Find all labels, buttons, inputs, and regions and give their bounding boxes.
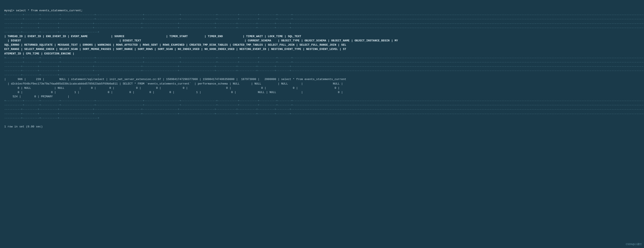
header-row-3: SQL_ERRNO | RETURNED_SQLSTATE | MESSAGE_… [4, 43, 346, 46]
data-row-5: 524 | 0 | PRIMARY | [4, 95, 69, 98]
header-row-5: ATEMENT_ID | CPU_TIME | EXECUTION_ENGINE… [4, 52, 74, 55]
separator-mid-4: ----------+---------+-----------+-------… [4, 69, 644, 72]
separator-bottom-1: +----------+---------+-----------+------… [4, 99, 644, 103]
separator-mid-3: ----------+---------+-----------+-------… [4, 65, 644, 68]
separator-line-4: ----------+---------+-----------+-------… [4, 26, 644, 29]
separator-line-2: -----------+---------+-----------+------… [4, 17, 644, 21]
watermark: CSDN@小爱打 [626, 243, 642, 246]
separator-bottom-2: -----------+---------+-----------+------… [4, 104, 644, 107]
separator-bottom-4: ----------+---------+-----------+-------… [4, 112, 644, 116]
command-line: mysql> select * from events_statements_c… [4, 9, 83, 12]
header-row-1: | THREAD_ID | EVENT_ID | END_EVENT_ID | … [4, 35, 644, 38]
separator-mid-1: +----------+---------+-----------+------… [4, 56, 644, 60]
separator-line-1: +----------+---------+-----------+------… [4, 13, 644, 16]
result-footer: 1 row in set (0.00 sec) [4, 125, 42, 128]
data-row-3: 0 | NULL | NULL | 0 | 0 | 0 | 0 | 0 | 0 … [4, 86, 340, 90]
data-row-2: | d2cb1ecf648cf0ec173e79a74aa085d330c1ca… [4, 82, 343, 85]
separator-mid-5: ----------+----------+----------+-------… [4, 73, 100, 77]
header-row-4: ECT_RANGE | SELECT_RANGE_CHECK | SELECT_… [4, 48, 346, 51]
separator-line-5: ----------+----------+----------+-------… [4, 30, 100, 34]
separator-bottom-3: ----------+---------+-----------+-------… [4, 108, 644, 111]
separator-bottom-5: ----------+----------+----------+-------… [4, 117, 100, 120]
data-row-4: 0 | 0 | 1 | 0 | 0 | 0 | 0 | 1 | 0 | NULL… [4, 91, 343, 94]
separator-mid-2: -----------+---------+-----------+------… [4, 61, 644, 64]
header-row-2: | DIGEST | DIGEST_TEXT | CURRENT_SCHEMA … [4, 39, 398, 42]
terminal-window: mysql> select * from events_statements_c… [4, 4, 642, 129]
separator-line-3: ----------+---------+-----------+-------… [4, 22, 644, 25]
data-row-1: | 906 | 239 | NULL | statement/sql/selec… [4, 78, 346, 81]
